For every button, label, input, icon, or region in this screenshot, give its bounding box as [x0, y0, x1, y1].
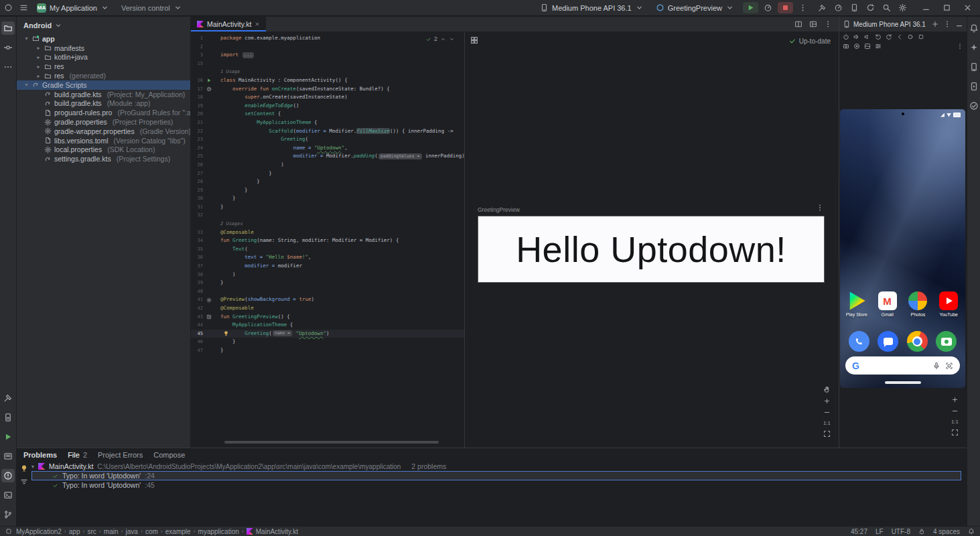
project-icon[interactable] — [1, 21, 15, 35]
code-line[interactable]: 27 } — [191, 170, 464, 178]
line-number[interactable]: 42 — [191, 304, 203, 313]
code-line[interactable]: 44 MyApplicationTheme { — [191, 321, 464, 330]
tree-item-local-properties[interactable]: local.properties(SDK Location) — [17, 145, 190, 155]
code-line[interactable]: 22 Scaffold(modifier = Modifier.fillMaxS… — [191, 127, 464, 136]
code-line[interactable]: 30 } — [191, 194, 464, 203]
split-icon[interactable] — [794, 20, 802, 28]
horizontal-scrollbar[interactable] — [224, 441, 439, 444]
code-line[interactable]: 20 setContent { — [191, 110, 464, 119]
logcat-icon[interactable] — [1, 450, 15, 463]
line-number[interactable]: 31 — [191, 203, 203, 212]
line-number[interactable]: 18 — [191, 93, 203, 102]
device-manager-icon[interactable] — [967, 60, 980, 74]
line-number[interactable]: 41 — [191, 295, 203, 304]
pan-icon[interactable] — [823, 386, 831, 393]
tree-item-build-gradle-kts[interactable]: build.gradle.kts(Project: My_Application… — [17, 90, 190, 99]
line-number[interactable]: 16 — [191, 76, 203, 85]
line-number[interactable] — [191, 220, 203, 228]
minimize-icon[interactable] — [922, 3, 930, 12]
tree-item-app[interactable]: ▾app — [17, 34, 190, 44]
notifications-icon[interactable] — [968, 528, 975, 535]
more-vertical-icon[interactable] — [798, 3, 807, 12]
line-number[interactable]: 22 — [191, 127, 203, 136]
line-number[interactable]: 30 — [191, 194, 203, 203]
tree-item-settings-gradle-kts[interactable]: settings.gradle.kts(Project Settings) — [17, 154, 190, 163]
code-inlay-row[interactable]: 2 Usages — [191, 220, 464, 228]
code-line[interactable]: 29 } — [191, 186, 464, 195]
line-number[interactable]: 47 — [191, 346, 203, 355]
breadcrumb-java[interactable]: java — [126, 528, 138, 535]
close-tab-icon[interactable] — [255, 21, 260, 27]
line-number[interactable]: 28 — [191, 178, 203, 186]
breadcrumb-src[interactable]: src — [88, 528, 96, 535]
code-line[interactable]: 36 text = "Hello $name!", — [191, 253, 464, 262]
line-number[interactable]: 45 — [191, 330, 203, 338]
line-number[interactable]: 44 — [191, 321, 203, 330]
build-hammer-icon[interactable] — [818, 3, 827, 12]
device-explorer-icon[interactable] — [1, 411, 15, 424]
code-line[interactable]: 17 override fun onCreate(savedInstanceSt… — [191, 85, 464, 94]
tree-item-proguard-rules-pro[interactable]: proguard-rules.pro(ProGuard Rules for ":… — [17, 108, 190, 117]
more-horizontal-icon[interactable] — [1, 60, 15, 74]
camera-dock-icon[interactable] — [936, 331, 957, 352]
code-line[interactable]: 2 — [191, 43, 464, 52]
emulator-screen[interactable]: Play StoreGmailPhotosYouTube G — [840, 109, 965, 388]
code-line[interactable]: 35 Text( — [191, 245, 464, 254]
lock-icon[interactable] — [918, 528, 925, 535]
line-number[interactable]: 46 — [191, 338, 203, 346]
line-number[interactable]: 2 — [191, 43, 203, 52]
line-number[interactable]: 15 — [191, 60, 203, 68]
line-number[interactable]: 37 — [191, 262, 203, 271]
code-line[interactable]: 26 ) — [191, 161, 464, 170]
line-number[interactable]: 3 — [191, 51, 203, 60]
chevron-right-icon[interactable]: ▸ — [36, 54, 42, 60]
line-number[interactable]: 19 — [191, 102, 203, 111]
app-photos[interactable]: Photos — [904, 291, 932, 317]
google-search-bar[interactable]: G — [845, 356, 960, 375]
problems-tab-project-errors[interactable]: Project Errors — [98, 451, 143, 459]
lightbulb-icon[interactable] — [223, 330, 229, 336]
close-icon[interactable] — [963, 3, 972, 12]
layout-icon[interactable] — [809, 20, 817, 28]
zoom-out-icon[interactable] — [951, 407, 959, 415]
code-line[interactable]: 3import ... — [191, 51, 464, 60]
hide-icon[interactable] — [955, 20, 963, 28]
line-number[interactable]: 35 — [191, 245, 203, 254]
tree-item-gradle-scripts[interactable]: ▾Gradle Scripts — [17, 80, 190, 90]
code-line[interactable]: 16class MainActivity : ComponentActivity… — [191, 76, 464, 85]
line-number[interactable]: 40 — [191, 287, 203, 296]
gear-gutter-icon[interactable] — [206, 297, 212, 303]
line-number[interactable]: 26 — [191, 161, 203, 170]
preview-more-vertical-icon[interactable] — [816, 204, 824, 212]
settings-icon[interactable] — [898, 3, 907, 12]
run-configuration-selector[interactable]: GreetingPreview — [652, 2, 738, 13]
code-line[interactable]: 28 } — [191, 178, 464, 186]
play-store-icon[interactable] — [847, 291, 866, 310]
tree-item-gradle-properties[interactable]: gradle.properties(Project Properties) — [17, 117, 190, 127]
phone-dock-icon[interactable] — [849, 331, 869, 352]
tree-item-gradle-wrapper-properties[interactable]: gradle-wrapper.properties(Gradle Version… — [17, 127, 190, 136]
snapshot-icon[interactable] — [864, 43, 871, 50]
code-line[interactable]: 21 MyApplicationTheme { — [191, 119, 464, 127]
line-number[interactable]: 20 — [191, 110, 203, 119]
code-line[interactable]: 15 — [191, 60, 464, 68]
tree-item-kotlin-java[interactable]: ▸kotlin+java — [17, 53, 190, 62]
chrome-dock-icon[interactable] — [907, 331, 928, 352]
volume-up-icon[interactable] — [853, 34, 860, 40]
line-number[interactable]: 27 — [191, 170, 203, 178]
problems-tab-file[interactable]: File2 — [68, 451, 87, 459]
code-line[interactable]: 41@Preview(showBackground = true) — [191, 295, 464, 304]
code-line[interactable]: 42@Composable — [191, 304, 464, 313]
rotate-right-icon[interactable] — [886, 34, 892, 40]
main-menu-icon[interactable] — [19, 3, 28, 12]
gmail-icon[interactable] — [878, 291, 897, 310]
usage-inlay-hint[interactable]: 2 Usages — [220, 221, 243, 226]
line-number[interactable]: 21 — [191, 119, 203, 127]
code-line[interactable]: 18 super.onCreate(savedInstanceState) — [191, 93, 464, 102]
code-line[interactable]: 39} — [191, 279, 464, 287]
zoom-in-icon[interactable] — [823, 397, 831, 405]
line-ending[interactable]: LF — [876, 528, 884, 535]
filter-sliders-icon[interactable] — [20, 478, 28, 486]
zoom-in-icon[interactable] — [951, 396, 959, 403]
app-gmail[interactable]: Gmail — [873, 291, 902, 317]
